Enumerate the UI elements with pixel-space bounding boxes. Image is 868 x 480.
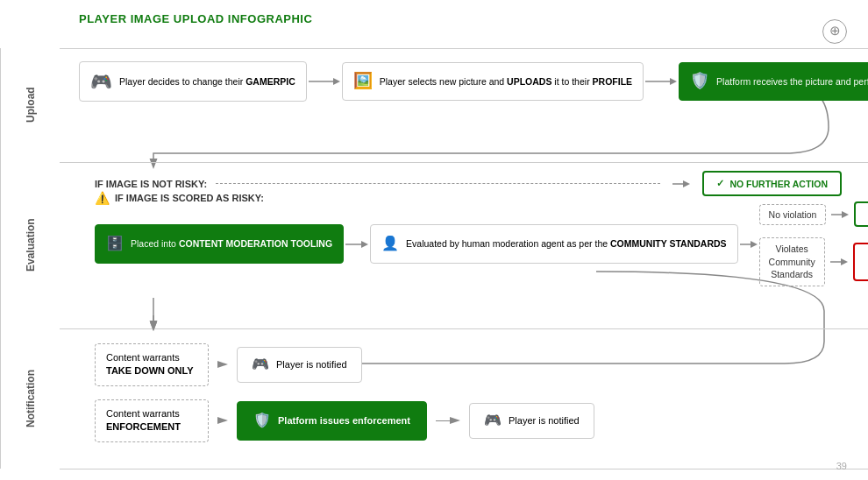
section-label-notification: Notification xyxy=(0,328,60,469)
svg-marker-15 xyxy=(841,258,848,265)
player-notified-2-box: 🎮 Player is notified xyxy=(469,403,594,438)
svg-marker-11 xyxy=(751,241,758,248)
no-further-action-1-label: NO FURTHER ACTION xyxy=(729,179,828,189)
content-moderation-box: 🗄️ Placed into CONTENT MODERATION TOOLIN… xyxy=(95,224,344,263)
eval-divider xyxy=(60,162,868,163)
svg-text:⊕: ⊕ xyxy=(829,24,841,38)
content-moderation-text: Placed into CONTENT MODERATION TOOLING xyxy=(131,237,332,251)
check-icon-1: ✓ xyxy=(716,178,724,189)
controller-icon-1: 🎮 xyxy=(252,355,269,374)
upload-icon: 🖼️ xyxy=(353,70,373,92)
takedown-only-box: Content warrants TAKE DOWN ONLY xyxy=(95,343,209,386)
svg-marker-13 xyxy=(842,211,849,218)
player-notified-2-text: Player is notified xyxy=(509,414,580,427)
page-number: 39 xyxy=(836,461,847,471)
image-removed-box: ✗ IMAGE IS REMOVEDFROM THE PLATFORM xyxy=(853,243,868,280)
enforcement-box: Content warrants ENFORCEMENT xyxy=(95,399,209,442)
svg-marker-3 xyxy=(333,78,340,85)
bottom-divider xyxy=(60,469,868,469)
step2-text: Player selects new picture and UPLOADS i… xyxy=(380,75,632,88)
step1-text: Player decides to change their GAMERPIC xyxy=(119,75,295,88)
svg-marker-9 xyxy=(361,241,368,248)
section-label-evaluation: Evaluation xyxy=(0,162,60,328)
human-moderation-text: Evaluated by human moderation agent as p… xyxy=(406,237,727,251)
upload-step2-box: 🖼️ Player selects new picture and UPLOAD… xyxy=(342,62,644,100)
notif-divider xyxy=(60,328,868,329)
platform-enforcement-text: Platform issues enforcement xyxy=(278,414,410,427)
upload-step3-box: 🛡️ Platform receives the picture and per… xyxy=(679,62,868,100)
if-not-risky-label: IF IMAGE IS NOT RISKY: xyxy=(95,179,207,189)
human-moderation-box: 👤 Evaluated by human moderation agent as… xyxy=(370,224,738,263)
shield-icon: 🛡️ xyxy=(690,70,709,92)
svg-marker-5 xyxy=(670,78,677,85)
player-notified-1-text: Player is notified xyxy=(276,358,347,371)
person-icon: 👤 xyxy=(381,234,399,253)
gamerpic-icon: 🎮 xyxy=(90,69,112,94)
no-further-action-1-box: ✓ NO FURTHER ACTION xyxy=(702,171,842,196)
svg-marker-7 xyxy=(683,180,690,187)
controller-icon-2: 🎮 xyxy=(484,411,502,430)
no-further-action-2-box: ✓ NO FURTHER ACTION xyxy=(854,201,868,227)
svg-marker-19 xyxy=(217,417,228,424)
violates-standards-label: ViolatesCommunityStandards xyxy=(759,237,825,286)
db-icon: 🗄️ xyxy=(106,234,124,253)
section-label-upload: Upload xyxy=(0,48,60,162)
page-title: PLAYER IMAGE UPLOAD INFOGRAPHIC xyxy=(79,12,312,25)
shield-green-icon: 🛡️ xyxy=(253,411,271,430)
step3-text: Platform receives the picture and perfor… xyxy=(716,75,868,88)
upload-step1-box: 🎮 Player decides to change their GAMERPI… xyxy=(79,61,307,102)
xbox-logo-icon: ⊕ xyxy=(822,19,847,44)
svg-marker-18 xyxy=(217,361,228,368)
svg-marker-20 xyxy=(450,417,460,424)
platform-enforcement-box: 🛡️ Platform issues enforcement xyxy=(237,401,427,440)
no-violation-label: No violation xyxy=(759,204,827,225)
upload-divider xyxy=(60,48,868,49)
svg-marker-17 xyxy=(150,322,157,331)
player-notified-1-box: 🎮 Player is notified xyxy=(237,347,362,382)
